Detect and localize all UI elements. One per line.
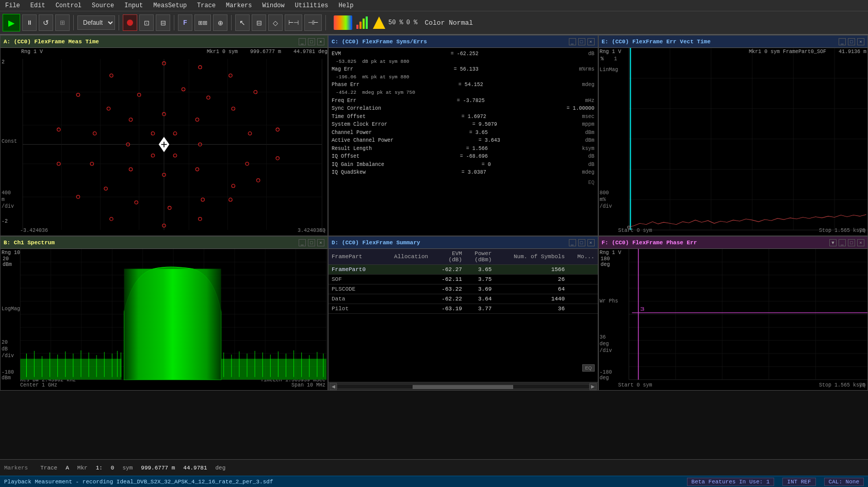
panel-f-controls: ▼ _ □ ×: [829, 239, 864, 246]
mag-err-row: Mag Err = 56.133 m%rms: [332, 65, 595, 74]
marker-btn[interactable]: ⊣⊢: [304, 14, 322, 31]
freq-err-row: Freq Err = -3.7825 mHz: [332, 97, 595, 105]
iq-gain-row: IQ Gain Imbalance = 0 dB: [332, 161, 595, 169]
svg-point-61: [276, 157, 279, 160]
scroll-right-btn[interactable]: ▶: [589, 383, 597, 390]
panel-d-maximize[interactable]: □: [578, 239, 585, 246]
table-row: PLSCODE-63.223.6964: [329, 284, 598, 294]
menu-control[interactable]: Control: [51, 1, 87, 10]
playback-text: Playback Measurement - recording Ideal_D…: [4, 479, 273, 485]
table-cell: [568, 304, 597, 314]
svg-point-51: [110, 74, 113, 77]
panel-d-close[interactable]: ×: [587, 239, 595, 246]
panel-a-rng: Rng 1 V: [21, 49, 43, 55]
table-cell: PLSCODE: [329, 284, 380, 294]
record2-button[interactable]: ⊟: [156, 14, 170, 31]
table-cell: 3.75: [465, 275, 495, 284]
panel-a-close[interactable]: ×: [317, 38, 324, 45]
grid-button[interactable]: ⊞⊞: [194, 14, 211, 31]
panel-a-title: A: (CC0) FlexFrame Meas Time: [4, 39, 99, 45]
mag-err-unit: m%rms: [579, 65, 594, 74]
table-cell: 3.77: [465, 304, 495, 314]
menu-edit[interactable]: Edit: [25, 1, 51, 10]
panel-b-close[interactable]: ×: [317, 239, 324, 246]
table-cell: 3.64: [465, 294, 495, 304]
replay-button[interactable]: ↺: [39, 14, 53, 31]
cursor-button[interactable]: ↖: [235, 14, 250, 31]
table-cell: FramePart0: [329, 265, 380, 275]
panel-f-minimize[interactable]: _: [839, 239, 846, 246]
ch-power-row: Channel Power = 3.65 dBm: [332, 129, 595, 137]
menu-window[interactable]: Window: [257, 1, 290, 10]
table-row: Data-62.223.641440: [329, 294, 598, 304]
panel-b-maximize[interactable]: □: [308, 239, 315, 246]
panel-f-close[interactable]: ×: [857, 239, 864, 246]
region-button[interactable]: ⊟: [252, 14, 266, 31]
panel-a-minimize[interactable]: _: [299, 38, 306, 45]
col-evm: EVM(dB): [431, 249, 465, 265]
iq-offset-row: IQ Offset = -68.696 dB: [332, 153, 595, 161]
panel-a-maximize[interactable]: □: [308, 38, 315, 45]
marker-f-button[interactable]: F: [178, 14, 192, 31]
trace-val: A: [65, 465, 69, 471]
menu-utilities[interactable]: Utilities: [290, 1, 334, 10]
menu-meassetup[interactable]: MeasSetup: [148, 1, 192, 10]
panel-a-eq: EQ: [319, 228, 325, 233]
menu-help[interactable]: Help: [334, 1, 359, 10]
bar-chart-icon: [355, 15, 370, 30]
panel-c-title: C: (CC0) FlexFrame Syms/Errs: [332, 39, 427, 45]
svg-rect-2: [359, 22, 362, 29]
panel-d-minimize[interactable]: _: [569, 239, 576, 246]
panel-c-maximize[interactable]: □: [578, 38, 585, 45]
panel-d-scrollbar: ◀ ▶: [329, 382, 598, 390]
play-button[interactable]: ▶: [3, 14, 20, 31]
tile-button[interactable]: ⊕: [213, 14, 227, 31]
table-cell: [380, 304, 432, 314]
table-row: Pilot-63.193.7736: [329, 304, 598, 314]
table-cell: -62.27: [431, 265, 465, 275]
menu-bar: File Edit Control Source Input MeasSetup…: [0, 0, 868, 11]
panel-c-close[interactable]: ×: [587, 38, 595, 45]
svg-point-46: [248, 132, 251, 135]
record-stop-button[interactable]: [123, 14, 137, 31]
pause-button[interactable]: ⏸: [22, 14, 37, 31]
table-row: SOF-62.113.7526: [329, 275, 598, 284]
menu-input[interactable]: Input: [119, 1, 148, 10]
diamond-button[interactable]: ◇: [268, 14, 283, 31]
table-cell: 3.65: [465, 265, 495, 275]
svg-point-58: [199, 217, 202, 221]
time-offset-row: Time Offset = 1.6972 msec: [332, 113, 595, 121]
panel-e-maximize[interactable]: □: [848, 38, 855, 45]
panel-e-minimize[interactable]: _: [839, 38, 846, 45]
scroll-left-btn[interactable]: ◀: [330, 383, 337, 390]
menu-markers[interactable]: Markers: [221, 1, 257, 10]
panel-e-close[interactable]: ×: [857, 38, 864, 45]
panel-c: C: (CC0) FlexFrame Syms/Errs _ □ × EVM =…: [328, 35, 598, 236]
color-normal-label: Color Normal: [424, 19, 473, 27]
mkr-val: 1:: [96, 465, 103, 471]
phase-err-value: = 54.152: [458, 81, 483, 89]
mkr-label: Mkr: [77, 465, 88, 471]
menu-source[interactable]: Source: [87, 1, 119, 10]
panel-c-minimize[interactable]: _: [569, 38, 576, 45]
table-cell: 26: [495, 275, 568, 284]
panel-f-dropdown[interactable]: ▼: [829, 239, 837, 246]
menu-file[interactable]: File: [0, 1, 25, 10]
record-button[interactable]: ⊡: [139, 14, 154, 31]
step-button[interactable]: ⊞: [55, 14, 70, 31]
svg-point-35: [182, 88, 185, 91]
panel-b-minimize[interactable]: _: [299, 239, 306, 246]
panel-d-eq-btn[interactable]: EQ: [582, 364, 594, 372]
panel-f-maximize[interactable]: □: [848, 239, 855, 246]
color-gradient-icon: [334, 15, 352, 30]
preset-dropdown[interactable]: Default: [77, 15, 115, 30]
status-right: Beta Features In Use: 1 INT REF CAL: Non…: [687, 478, 864, 486]
table-cell: [568, 284, 597, 294]
table-cell: -63.22: [431, 284, 465, 294]
svg-point-32: [129, 167, 132, 171]
menu-trace[interactable]: Trace: [192, 1, 221, 10]
fence-button[interactable]: ⊢⊣: [285, 14, 302, 31]
col-mo: Mo...: [568, 249, 597, 265]
scroll-track[interactable]: [337, 384, 589, 389]
panel-e-controls: _ □ ×: [839, 38, 864, 45]
